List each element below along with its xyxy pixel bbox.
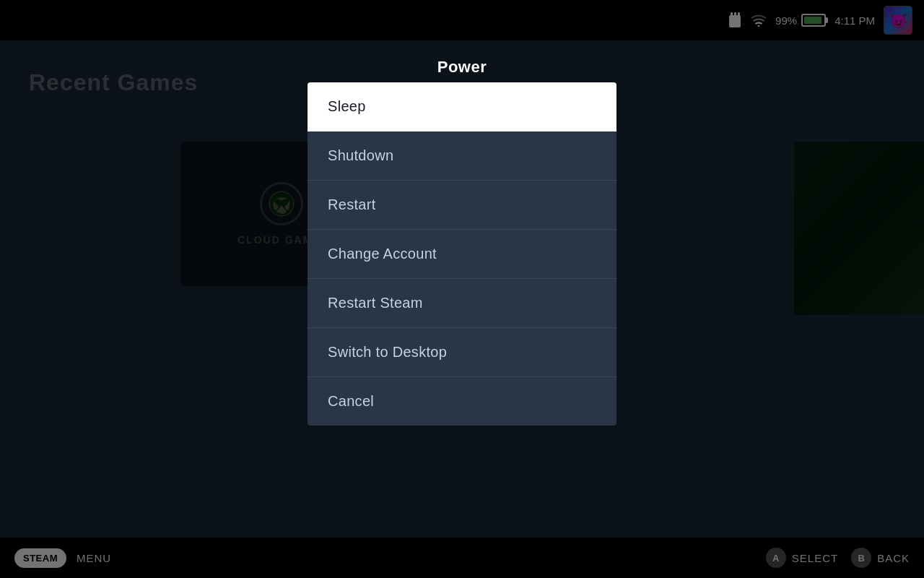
menu-item-change-account[interactable]: Change Account: [308, 230, 616, 279]
power-menu-list: Sleep Shutdown Restart Change Account Re…: [308, 82, 616, 426]
power-dialog: Power Sleep Shutdown Restart Change Acco…: [308, 58, 616, 426]
menu-item-restart[interactable]: Restart: [308, 181, 616, 230]
menu-item-restart-steam[interactable]: Restart Steam: [308, 279, 616, 328]
menu-item-shutdown[interactable]: Shutdown: [308, 131, 616, 181]
menu-item-switch-desktop[interactable]: Switch to Desktop: [308, 328, 616, 377]
menu-item-cancel[interactable]: Cancel: [308, 377, 616, 426]
menu-item-sleep[interactable]: Sleep: [308, 82, 616, 131]
dialog-title: Power: [308, 58, 616, 77]
